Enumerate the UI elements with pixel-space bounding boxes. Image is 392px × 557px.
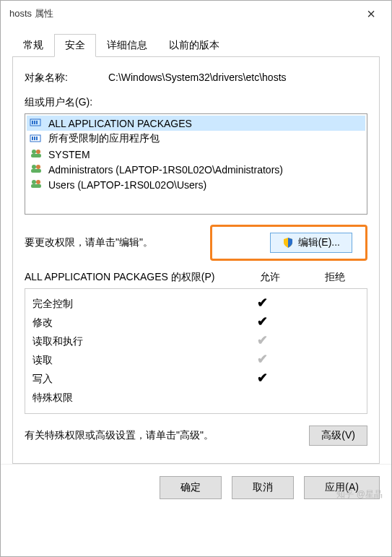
svg-point-15 bbox=[36, 180, 40, 184]
perm-label: 读取 bbox=[32, 354, 230, 367]
perm-special: 特殊权限 bbox=[32, 389, 360, 407]
principal-system[interactable]: SYSTEM bbox=[27, 147, 365, 162]
svg-rect-2 bbox=[34, 121, 35, 124]
check-icon: ✔ bbox=[230, 335, 295, 348]
svg-point-12 bbox=[36, 165, 40, 169]
permissions-header: ALL APPLICATION PACKAGES 的权限(P) 允许 拒绝 bbox=[25, 271, 367, 284]
package-icon bbox=[30, 117, 44, 129]
group-icon bbox=[30, 178, 44, 191]
perm-label: 特殊权限 bbox=[32, 392, 230, 405]
edit-button-label: 编辑(E)... bbox=[298, 236, 340, 249]
check-icon: ✔ bbox=[230, 316, 295, 329]
principal-label: ALL APPLICATION PACKAGES bbox=[48, 118, 192, 129]
deny-cell bbox=[295, 392, 360, 405]
perm-read: 读取 ✔ bbox=[32, 351, 360, 370]
svg-rect-3 bbox=[36, 121, 38, 124]
cancel-button[interactable]: 取消 bbox=[232, 476, 294, 499]
object-name-row: 对象名称: C:\Windows\System32\drivers\etc\ho… bbox=[25, 72, 367, 85]
svg-rect-16 bbox=[31, 184, 41, 188]
check-icon: ✔ bbox=[230, 373, 295, 386]
advanced-hint-row: 有关特殊权限或高级设置，请单击"高级"。 高级(V) bbox=[25, 426, 367, 446]
principal-label: Users (LAPTOP-1RS0L02O\Users) bbox=[48, 179, 206, 191]
window-title: hosts 属性 bbox=[9, 7, 357, 20]
edit-hint-row: 要更改权限，请单击"编辑"。 编辑(E)... bbox=[25, 225, 367, 261]
edit-hint: 要更改权限，请单击"编辑"。 bbox=[25, 236, 210, 249]
deny-cell bbox=[295, 298, 360, 311]
allow-header: 允许 bbox=[238, 271, 302, 284]
svg-point-9 bbox=[36, 150, 40, 154]
dialog-footer: 确定 取消 应用(A) 知乎 @星晶 bbox=[1, 464, 391, 511]
principal-label: SYSTEM bbox=[48, 149, 90, 160]
perm-label: 修改 bbox=[32, 316, 230, 329]
svg-point-14 bbox=[32, 180, 36, 184]
apply-button[interactable]: 应用(A) bbox=[304, 476, 380, 499]
check-icon: ✔ bbox=[230, 354, 295, 367]
permissions-caption: ALL APPLICATION PACKAGES 的权限(P) bbox=[25, 271, 238, 284]
tab-container: 常规 安全 详细信息 以前的版本 对象名称: C:\Windows\System… bbox=[1, 27, 391, 464]
svg-rect-6 bbox=[34, 137, 35, 140]
svg-rect-13 bbox=[31, 169, 41, 173]
perm-label: 完全控制 bbox=[32, 298, 230, 311]
advanced-button[interactable]: 高级(V) bbox=[309, 426, 367, 446]
advanced-hint: 有关特殊权限或高级设置，请单击"高级"。 bbox=[25, 429, 309, 442]
principal-administrators[interactable]: Administrators (LAPTOP-1RS0L02O\Administ… bbox=[27, 162, 365, 177]
properties-dialog: hosts 属性 × 常规 安全 详细信息 以前的版本 对象名称: C:\Win… bbox=[0, 0, 392, 557]
package-icon bbox=[30, 133, 44, 145]
close-icon[interactable]: × bbox=[357, 7, 386, 21]
titlebar: hosts 属性 × bbox=[1, 1, 391, 27]
ok-button[interactable]: 确定 bbox=[160, 476, 222, 499]
principals-list[interactable]: ALL APPLICATION PACKAGES 所有受限制的应用程序包 SYS… bbox=[25, 113, 367, 215]
principal-all-packages[interactable]: ALL APPLICATION PACKAGES bbox=[27, 116, 365, 131]
principal-label: 所有受限制的应用程序包 bbox=[48, 132, 160, 145]
svg-point-11 bbox=[32, 165, 36, 169]
permissions-table: 完全控制 ✔ 修改 ✔ 读取和执行 ✔ 读取 ✔ bbox=[25, 288, 367, 414]
tabs: 常规 安全 详细信息 以前的版本 bbox=[12, 34, 380, 57]
groups-label: 组或用户名(G): bbox=[25, 96, 367, 109]
deny-cell bbox=[295, 373, 360, 386]
svg-rect-1 bbox=[32, 121, 33, 124]
perm-full-control: 完全控制 ✔ bbox=[32, 295, 360, 314]
tab-security[interactable]: 安全 bbox=[54, 34, 96, 57]
perm-modify: 修改 ✔ bbox=[32, 314, 360, 332]
object-name-value: C:\Windows\System32\drivers\etc\hosts bbox=[108, 72, 287, 85]
tab-details[interactable]: 详细信息 bbox=[96, 34, 158, 57]
svg-rect-5 bbox=[32, 137, 33, 140]
principal-users[interactable]: Users (LAPTOP-1RS0L02O\Users) bbox=[27, 177, 365, 192]
group-icon bbox=[30, 163, 44, 176]
deny-cell bbox=[295, 354, 360, 367]
svg-point-8 bbox=[32, 150, 36, 154]
svg-rect-7 bbox=[36, 137, 38, 140]
check-icon: ✔ bbox=[230, 298, 295, 311]
deny-cell bbox=[295, 316, 360, 329]
perm-read-execute: 读取和执行 ✔ bbox=[32, 332, 360, 351]
tab-panel-security: 对象名称: C:\Windows\System32\drivers\etc\ho… bbox=[12, 56, 380, 464]
edit-button-highlight: 编辑(E)... bbox=[210, 225, 367, 261]
perm-label: 写入 bbox=[32, 373, 230, 386]
group-icon bbox=[30, 148, 44, 160]
principal-restricted-packages[interactable]: 所有受限制的应用程序包 bbox=[27, 131, 365, 147]
object-name-label: 对象名称: bbox=[25, 72, 68, 85]
shield-icon bbox=[282, 237, 294, 249]
tab-general[interactable]: 常规 bbox=[12, 34, 54, 57]
deny-header: 拒绝 bbox=[302, 271, 367, 284]
tab-previous-versions[interactable]: 以前的版本 bbox=[158, 34, 230, 57]
allow-cell bbox=[230, 392, 295, 405]
edit-button[interactable]: 编辑(E)... bbox=[270, 233, 352, 253]
svg-rect-10 bbox=[31, 154, 41, 157]
principal-label: Administrators (LAPTOP-1RS0L02O\Administ… bbox=[48, 164, 283, 176]
perm-write: 写入 ✔ bbox=[32, 370, 360, 389]
deny-cell bbox=[295, 335, 360, 348]
perm-label: 读取和执行 bbox=[32, 335, 230, 348]
